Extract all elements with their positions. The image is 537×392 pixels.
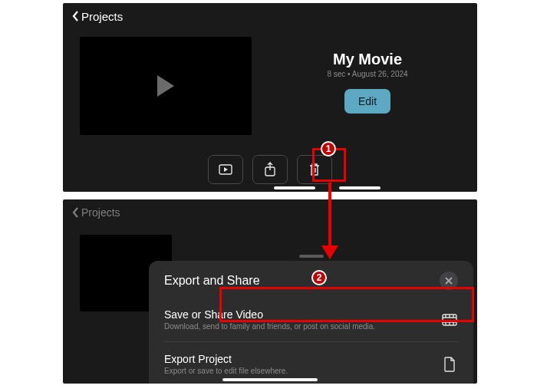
item-title: Save or Share Video xyxy=(164,308,375,321)
video-thumbnail[interactable] xyxy=(80,37,252,135)
item-title: Export Project xyxy=(164,353,288,365)
home-indicator xyxy=(339,186,381,189)
document-icon xyxy=(441,356,458,373)
back-button[interactable]: Projects xyxy=(72,206,120,219)
save-or-share-video-item[interactable]: Save or Share Video Download, send to fa… xyxy=(164,301,458,338)
annotation-arrow-head xyxy=(321,245,338,259)
back-label: Projects xyxy=(81,10,123,23)
back-label: Projects xyxy=(81,206,120,219)
share-icon xyxy=(264,162,276,177)
close-icon xyxy=(445,277,453,285)
trash-icon xyxy=(308,163,321,176)
share-button[interactable] xyxy=(252,155,288,184)
movie-title: My Movie xyxy=(333,51,402,68)
sheet-grabber[interactable] xyxy=(299,255,324,258)
back-button[interactable]: Projects xyxy=(72,10,123,23)
item-subtitle: Export or save to edit file elsewhere. xyxy=(164,367,288,375)
film-icon xyxy=(441,311,458,328)
edit-button[interactable]: Edit xyxy=(344,89,390,114)
play-icon xyxy=(157,75,174,97)
nav-header: Projects xyxy=(63,3,477,29)
project-toolbar xyxy=(203,155,337,184)
home-indicator xyxy=(274,186,315,189)
chevron-left-icon xyxy=(72,10,80,22)
imovie-export-sheet-screen: Projects Export and Share Save or Share … xyxy=(63,199,477,384)
sheet-header: Export and Share xyxy=(164,272,458,290)
annotation-arrow xyxy=(328,183,331,249)
play-rect-icon xyxy=(219,164,232,175)
movie-subtitle: 8 sec • August 26, 2024 xyxy=(327,70,407,78)
chevron-left-icon xyxy=(72,206,80,219)
divider xyxy=(164,341,458,342)
imovie-project-screen: Projects My Movie 8 sec • August 26, 202… xyxy=(63,3,477,192)
export-project-item[interactable]: Export Project Export or save to edit fi… xyxy=(164,345,458,383)
export-share-sheet: Export and Share Save or Share Video Dow… xyxy=(149,261,473,384)
nav-header: Projects xyxy=(63,199,477,226)
play-video-button[interactable] xyxy=(208,155,243,184)
video-meta: My Movie 8 sec • August 26, 2024 Edit xyxy=(275,37,460,135)
item-subtitle: Download, send to family and friends, or… xyxy=(164,322,375,331)
close-button[interactable] xyxy=(440,272,458,290)
sheet-title: Export and Share xyxy=(164,274,260,288)
delete-button[interactable] xyxy=(297,155,332,184)
project-body: My Movie 8 sec • August 26, 2024 Edit xyxy=(63,29,477,135)
home-indicator xyxy=(222,378,318,381)
